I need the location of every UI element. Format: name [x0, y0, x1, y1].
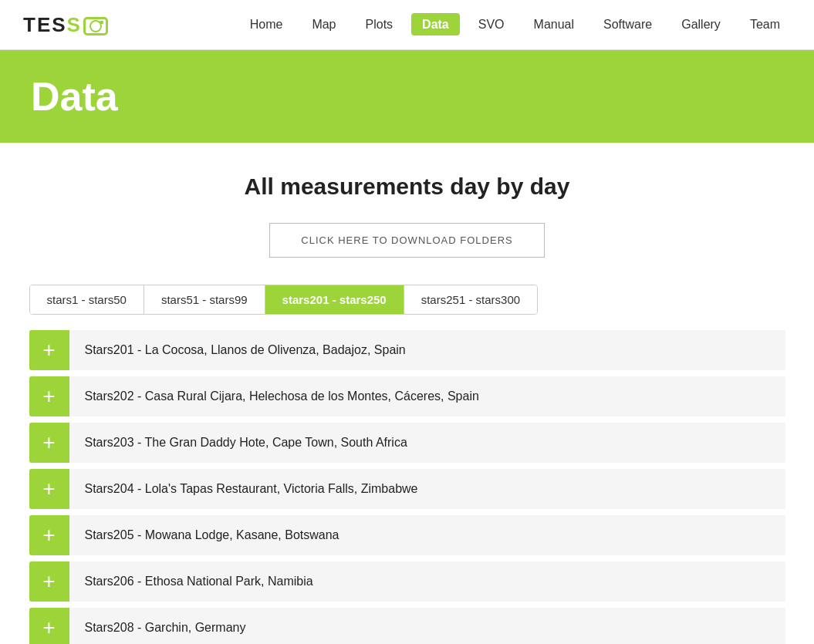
list-item-stars203: +Stars203 - The Gran Daddy Hote, Cape To…	[29, 423, 785, 463]
nav-item-home[interactable]: Home	[239, 18, 294, 32]
nav-item-plots[interactable]: Plots	[355, 18, 404, 32]
download-button[interactable]: CLICK HERE TO DOWNLOAD FOLDERS	[269, 223, 544, 258]
tab-1[interactable]: stars51 - stars99	[144, 285, 265, 314]
toggle-button-stars205[interactable]: +	[29, 515, 69, 555]
star-item-label-stars208: Stars208 - Garchin, Germany	[69, 621, 262, 635]
navbar: TESS HomeMapPlotsDataSVOManualSoftwareGa…	[0, 0, 814, 50]
nav-link-gallery[interactable]: Gallery	[670, 13, 731, 35]
nav-item-svo[interactable]: SVO	[468, 18, 515, 32]
nav-link-team[interactable]: Team	[739, 13, 791, 35]
toggle-button-stars206[interactable]: +	[29, 561, 69, 602]
toggle-button-stars208[interactable]: +	[29, 608, 69, 644]
toggle-button-stars203[interactable]: +	[29, 423, 69, 463]
star-item-label-stars206: Stars206 - Ethosa National Park, Namibia	[69, 575, 329, 588]
toggle-button-stars204[interactable]: +	[29, 469, 69, 509]
list-item-stars208: +Stars208 - Garchin, Germany	[29, 608, 785, 644]
star-list: +Stars201 - La Cocosa, Llanos de Olivenz…	[29, 330, 785, 644]
tab-3[interactable]: stars251 - stars300	[404, 285, 537, 314]
nav-item-team[interactable]: Team	[739, 18, 791, 32]
list-item-stars206: +Stars206 - Ethosa National Park, Namibi…	[29, 561, 785, 602]
hero-banner: Data	[0, 50, 814, 143]
nav-item-gallery[interactable]: Gallery	[670, 18, 731, 32]
list-item-stars204: +Stars204 - Lola's Tapas Restaurant, Vic…	[29, 469, 785, 509]
toggle-button-stars201[interactable]: +	[29, 330, 69, 370]
nav-item-software[interactable]: Software	[593, 18, 663, 32]
nav-link-svo[interactable]: SVO	[468, 13, 515, 35]
nav-links: HomeMapPlotsDataSVOManualSoftwareGallery…	[239, 18, 791, 32]
nav-link-home[interactable]: Home	[239, 13, 294, 35]
nav-link-data[interactable]: Data	[411, 13, 460, 35]
nav-link-manual[interactable]: Manual	[523, 13, 585, 35]
list-item-stars201: +Stars201 - La Cocosa, Llanos de Olivenz…	[29, 330, 785, 370]
tab-2[interactable]: stars201 - stars250	[265, 285, 404, 314]
section-title: All measurements day by day	[29, 174, 785, 200]
nav-link-software[interactable]: Software	[593, 13, 663, 35]
nav-item-manual[interactable]: Manual	[523, 18, 585, 32]
star-item-label-stars202: Stars202 - Casa Rural Cijara, Helechosa …	[69, 389, 495, 403]
star-item-label-stars205: Stars205 - Mowana Lodge, Kasane, Botswan…	[69, 528, 355, 542]
tab-0[interactable]: stars1 - stars50	[30, 285, 144, 314]
star-item-label-stars204: Stars204 - Lola's Tapas Restaurant, Vict…	[69, 482, 434, 496]
hero-title: Data	[31, 73, 783, 120]
nav-item-data[interactable]: Data	[411, 18, 460, 32]
star-item-label-stars201: Stars201 - La Cocosa, Llanos de Olivenza…	[69, 343, 421, 357]
toggle-button-stars202[interactable]: +	[29, 376, 69, 416]
list-item-stars205: +Stars205 - Mowana Lodge, Kasane, Botswa…	[29, 515, 785, 555]
list-item-stars202: +Stars202 - Casa Rural Cijara, Helechosa…	[29, 376, 785, 416]
nav-link-map[interactable]: Map	[301, 13, 346, 35]
nav-item-map[interactable]: Map	[301, 18, 346, 32]
nav-link-plots[interactable]: Plots	[355, 13, 404, 35]
tabs-container: stars1 - stars50stars51 - stars99stars20…	[29, 285, 539, 315]
star-item-label-stars203: Stars203 - The Gran Daddy Hote, Cape Tow…	[69, 436, 423, 450]
logo: TESS	[23, 13, 108, 37]
download-button-wrap: CLICK HERE TO DOWNLOAD FOLDERS	[29, 223, 785, 258]
logo-camera-icon	[83, 17, 108, 35]
main-content: All measurements day by day CLICK HERE T…	[14, 143, 801, 644]
